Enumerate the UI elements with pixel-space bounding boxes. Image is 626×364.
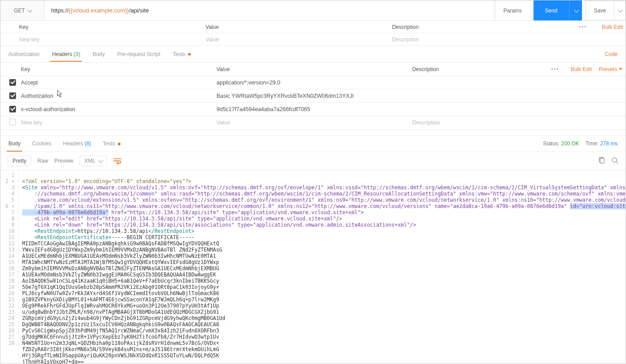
response-tabs: Body Cookies Headers (8) Tests Status: 2…: [0, 135, 626, 152]
response-status: Status: 200 OK Time: 278 ms: [543, 140, 618, 147]
url-input[interactable]: https://{{vcloud.example.com}}/api/site: [45, 0, 495, 20]
tab-response-headers[interactable]: Headers (8): [63, 140, 91, 147]
params-header-row: Key Value Description ••• Bulk Edit: [0, 21, 626, 33]
col-desc: Description: [409, 64, 546, 75]
col-value: Value: [213, 64, 409, 75]
bulk-edit-link[interactable]: Bulk Edit: [564, 64, 595, 75]
url-variable: {{vcloud.example.com}}: [68, 7, 129, 14]
chevron-down-icon: [28, 7, 32, 12]
header-value[interactable]: application/*;version=29.0: [213, 77, 409, 88]
tab-response-body[interactable]: Body: [8, 140, 20, 147]
code-link[interactable]: Code: [605, 51, 618, 57]
copy-icon[interactable]: [598, 157, 605, 165]
header-key[interactable]: x-vcloud-authorization: [17, 104, 213, 115]
more-icon[interactable]: •••: [574, 24, 592, 30]
view-preview[interactable]: Preview: [54, 158, 73, 164]
svg-point-2: [612, 158, 617, 162]
checkbox-checked[interactable]: [9, 79, 16, 86]
search-icon[interactable]: [611, 157, 618, 165]
presets-dropdown[interactable]: Presets: [595, 64, 626, 75]
save-button[interactable]: Save: [586, 0, 614, 20]
svg-line-3: [616, 162, 618, 164]
tab-body[interactable]: Body: [92, 51, 104, 57]
header-row: Accept application/*;version=29.0: [0, 76, 626, 89]
chevron-down-icon: [618, 7, 623, 12]
svg-rect-1: [600, 158, 604, 163]
view-raw[interactable]: Raw: [37, 158, 48, 164]
header-row: x-vcloud-authorization 9d5c17f7a4594ea4a…: [0, 103, 626, 116]
col-key: Key: [17, 64, 213, 75]
header-value[interactable]: 9d5c17f7a4594ea4aba7a266fcdf7065: [213, 104, 409, 115]
send-dropdown[interactable]: [569, 0, 582, 20]
header-key[interactable]: Accept: [17, 77, 213, 88]
send-button[interactable]: Send: [534, 0, 569, 20]
col-desc: Description: [388, 21, 574, 33]
request-bar: GET https://{{vcloud.example.com}}/api/s…: [0, 0, 626, 21]
tab-authorization[interactable]: Authorization: [8, 51, 40, 57]
params-new-row[interactable]: New key Value Description: [0, 33, 626, 46]
http-method-selector[interactable]: GET: [0, 0, 45, 20]
wrap-lines-button[interactable]: [113, 157, 122, 164]
params-button[interactable]: Params: [495, 0, 530, 20]
header-row: Authorization Basic YWRtaW5pc3RyYXRvckBT…: [0, 89, 626, 103]
headers-header-row: Key Value Description ••• Bulk Edit Pres…: [0, 63, 626, 76]
response-view-controls: Pretty Raw Preview XML: [0, 152, 626, 170]
chevron-down-icon: [619, 68, 622, 70]
chevron-down-icon: [98, 158, 103, 163]
response-body[interactable]: 1 2 ▾ 3 4 5 6 ▾ 7 8 9 10 11 12 13 14 15 …: [0, 170, 626, 364]
checkbox-checked[interactable]: [9, 92, 16, 99]
col-value: Value: [201, 21, 387, 33]
view-pretty[interactable]: Pretty: [8, 156, 31, 166]
save-dropdown[interactable]: [614, 0, 626, 20]
http-method-label: GET: [14, 8, 25, 14]
header-new-row[interactable]: New key Value Description: [0, 116, 626, 130]
tab-pre-request-script[interactable]: Pre-request Script: [117, 51, 161, 57]
line-gutter: 1 2 ▾ 3 4 5 6 ▾ 7 8 9 10 11 12 13 14 15 …: [0, 170, 19, 364]
checkbox-unchecked[interactable]: [9, 119, 16, 125]
tab-response-tests[interactable]: Tests: [103, 140, 120, 147]
more-icon[interactable]: •••: [546, 64, 564, 75]
format-dropdown[interactable]: XML: [80, 156, 107, 166]
request-tabs: Authorization Headers (3) Body Pre-reque…: [0, 46, 626, 63]
code-content: <?xml version="1.0" encoding="UTF-8" sta…: [19, 170, 626, 364]
tab-tests[interactable]: Tests: [173, 51, 190, 57]
tab-response-cookies[interactable]: Cookies: [32, 140, 51, 147]
col-key: Key: [15, 21, 201, 33]
checkbox-checked[interactable]: [9, 106, 16, 112]
bulk-edit-link[interactable]: Bulk Edit: [592, 24, 623, 30]
chevron-down-icon: [574, 7, 578, 12]
header-value[interactable]: Basic YWRtaW5pc3RyYXRvckBTeXN0ZW06dm13YX…: [213, 90, 409, 102]
header-key[interactable]: Authorization: [17, 90, 213, 102]
tab-headers[interactable]: Headers (3): [52, 51, 80, 57]
